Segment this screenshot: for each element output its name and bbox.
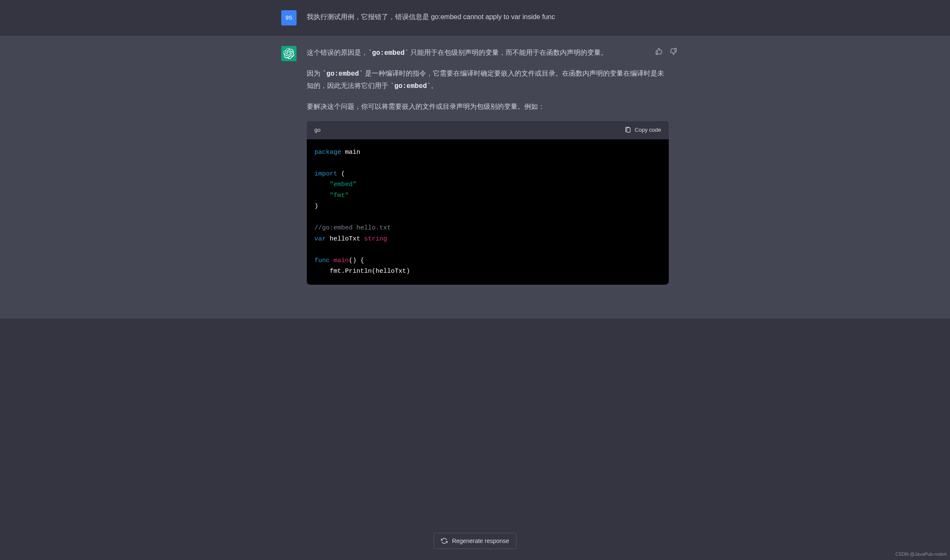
code-token: ): [314, 203, 318, 210]
text-segment: 因为: [307, 70, 322, 77]
code-token: main: [345, 149, 360, 156]
assistant-message-row: 这个错误的原因是，`go:embed` 只能用于在包级别声明的变量，而不能用于在…: [0, 36, 950, 319]
code-token: (): [349, 257, 356, 264]
assistant-message-inner: 这个错误的原因是，`go:embed` 只能用于在包级别声明的变量，而不能用于在…: [271, 46, 679, 285]
code-token: (: [341, 170, 345, 178]
user-avatar-text: 9S: [286, 13, 292, 23]
assistant-avatar: [281, 46, 297, 61]
code-header: go Copy code: [307, 121, 669, 139]
text-segment: 这个错误的原因是，: [307, 49, 368, 56]
openai-logo-icon: [283, 48, 294, 59]
text-segment: 只能用于在包级别声明的变量，而不能用于在函数内声明的变量。: [409, 49, 608, 56]
clipboard-icon: [625, 127, 631, 133]
code-token: helloTxt: [330, 235, 360, 243]
user-message-text: 我执行测试用例，它报错了，错误信息是 go:embed cannot apply…: [307, 11, 669, 23]
code-token: string: [364, 235, 387, 243]
code-token: "fmt": [330, 192, 349, 199]
thumbs-up-button[interactable]: [653, 46, 664, 57]
user-message-inner: 9S 我执行测试用例，它报错了，错误信息是 go:embed cannot ap…: [271, 10, 679, 25]
assistant-paragraph-2: 因为 `go:embed` 是一种编译时的指令，它需要在编译时确定要嵌入的文件或…: [307, 68, 669, 92]
code-token: var: [314, 235, 326, 243]
thumbs-up-icon: [655, 48, 663, 55]
code-token: //go:embed hello.txt: [314, 224, 391, 232]
code-token: {: [360, 257, 364, 264]
code-token: package: [314, 149, 341, 156]
inline-code: `go:embed`: [390, 82, 431, 90]
svg-rect-0: [627, 128, 630, 133]
code-token: import: [314, 170, 337, 178]
copy-code-label: Copy code: [635, 125, 661, 135]
code-body[interactable]: package main import ( "embed" "fmt" ) //…: [307, 139, 669, 285]
inline-code: `go:embed`: [322, 70, 363, 78]
text-segment: 。: [431, 82, 438, 89]
code-token: main: [334, 257, 349, 264]
code-token: func: [314, 257, 330, 264]
user-message-row: 9S 我执行测试用例，它报错了，错误信息是 go:embed cannot ap…: [0, 0, 950, 36]
code-language-label: go: [314, 125, 320, 135]
code-token: "embed": [330, 181, 356, 188]
assistant-paragraph-3: 要解决这个问题，你可以将需要嵌入的文件或目录声明为包级别的变量。例如：: [307, 101, 669, 113]
code-block: go Copy code package main import ( "embe…: [307, 121, 669, 285]
assistant-message-content: 这个错误的原因是，`go:embed` 只能用于在包级别声明的变量，而不能用于在…: [307, 46, 669, 285]
user-message-content: 我执行测试用例，它报错了，错误信息是 go:embed cannot apply…: [307, 10, 669, 25]
assistant-paragraph-1: 这个错误的原因是，`go:embed` 只能用于在包级别声明的变量，而不能用于在…: [307, 47, 669, 59]
inline-code: `go:embed`: [368, 49, 409, 57]
thumbs-down-icon: [670, 48, 677, 55]
feedback-buttons: [653, 46, 679, 57]
thumbs-down-button[interactable]: [668, 46, 679, 57]
copy-code-button[interactable]: Copy code: [625, 125, 661, 135]
code-token: fmt.Println(helloTxt): [330, 268, 410, 275]
user-avatar: 9S: [281, 10, 297, 25]
